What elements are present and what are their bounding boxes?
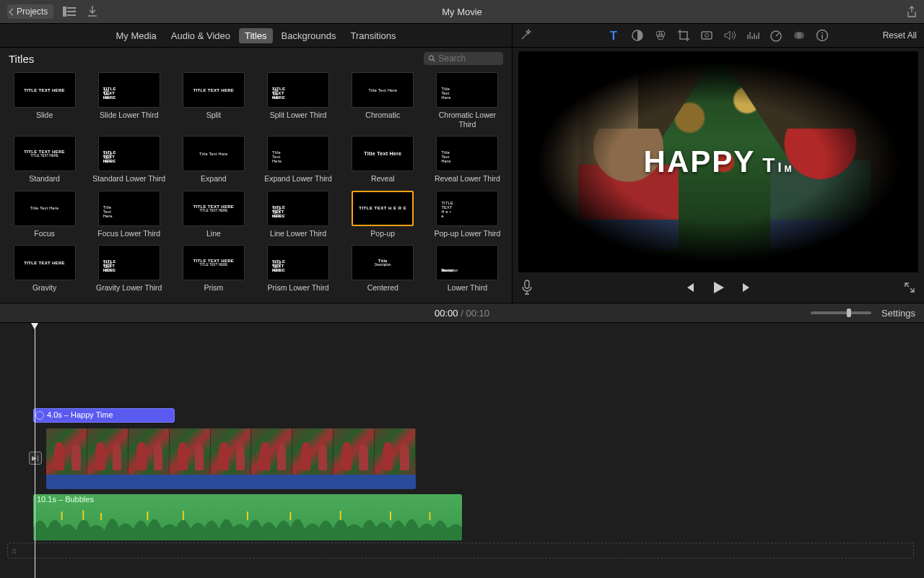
title-clip[interactable]: 4.0s – Happy Time: [33, 408, 175, 423]
svg-rect-17: [821, 35, 823, 39]
title-card-label: Split: [206, 111, 221, 120]
title-card-label: Chromatic: [365, 111, 400, 120]
title-card-reveal-lower-third[interactable]: Title Text HereReveal Lower Third: [430, 136, 505, 184]
tab-my-media[interactable]: My Media: [110, 28, 162, 43]
zoom-slider[interactable]: [811, 311, 871, 314]
title-card-reveal[interactable]: Title Text HereReveal: [346, 136, 420, 184]
audio-clip[interactable]: 10.1s – Bubbles: [33, 494, 462, 540]
title-card-label: Split Lower Third: [270, 111, 327, 120]
inspector-icons: T: [608, 29, 829, 42]
library-list-icon[interactable]: ♪: [62, 6, 77, 17]
title-card-focus[interactable]: Title Text HereFocus: [7, 191, 82, 238]
search-icon: [428, 54, 435, 63]
title-card-label: Prism Lower Third: [268, 283, 329, 293]
title-card-label: Centered: [367, 283, 398, 293]
audio-waveform: [33, 506, 462, 540]
title-thumb: Title Text Here: [183, 136, 245, 171]
title-card-standard-lower-third[interactable]: TITLE TEXT HERETITLE TEXT HEREStandard L…: [92, 136, 166, 184]
title-card-label: Focus Lower Third: [97, 229, 160, 238]
svg-rect-19: [525, 280, 529, 288]
title-card-line[interactable]: TITLE TEXT HERETITLE TEXT HERELine: [176, 191, 250, 238]
title-thumb: TITLE TEXT HERETITLE TEXT HERE: [183, 191, 245, 226]
browser-heading: Titles: [9, 53, 34, 65]
share-icon[interactable]: [907, 6, 917, 17]
title-card-gravity-lower-third[interactable]: TITLE TEXT HERETITLE TEXT HEREGravity Lo…: [92, 245, 166, 293]
title-card-label: Reveal: [371, 174, 395, 184]
timeline-settings-button[interactable]: Settings: [881, 308, 915, 319]
title-card-chromatic-lower-third[interactable]: Title Text HereChromatic Lower Third: [430, 72, 505, 129]
speed-icon[interactable]: [770, 29, 783, 42]
title-card-pop-up[interactable]: TITLE TEXT H E R EPop-up: [346, 191, 420, 238]
empty-audio-track[interactable]: [7, 543, 914, 558]
svg-point-14: [797, 32, 804, 39]
title-card-focus-lower-third[interactable]: Title Text HereFocus Lower Third: [92, 191, 166, 238]
title-card-prism-lower-third[interactable]: TITLE TEXT HERETITLE TEXT HEREPrism Lowe…: [261, 245, 335, 293]
title-thumb: TITLE TEXT HERETITLE TEXT HERE: [183, 245, 245, 280]
reset-all-button[interactable]: Reset All: [883, 30, 917, 40]
title-card-pop-up-lower-third[interactable]: TITLE TEXT H e r ePop-up Lower Third: [430, 191, 505, 238]
title-card-slide-lower-third[interactable]: TITLE TEXT HERETitle Text HereSlide Lowe…: [92, 72, 166, 129]
timecode-display: 00:00 / 00:10: [435, 308, 489, 319]
title-card-slide[interactable]: TITLE TEXT HERESlide: [7, 72, 82, 129]
svg-point-16: [821, 33, 823, 34]
svg-point-11: [705, 34, 709, 38]
stabilization-icon[interactable]: [700, 29, 713, 42]
tab-titles[interactable]: Titles: [239, 28, 273, 43]
title-card-standard[interactable]: TITLE TEXT HERETITLE TEXT HEREStandard: [7, 136, 82, 184]
volume-icon[interactable]: [723, 29, 736, 42]
play-button[interactable]: [711, 280, 725, 295]
secondary-toolbar: My Media Audio & Video Titles Background…: [0, 24, 924, 48]
video-clip[interactable]: [46, 428, 416, 489]
voiceover-mic-icon[interactable]: [521, 280, 533, 296]
title-card-split[interactable]: TITLE TEXT HERESplit: [176, 72, 250, 129]
title-card-label: Line Lower Third: [270, 229, 326, 238]
import-icon[interactable]: [85, 6, 100, 17]
tab-backgrounds[interactable]: Backgrounds: [276, 28, 342, 43]
movie-title: My Movie: [442, 7, 482, 17]
title-card-lower-third[interactable]: NameDescriptionLower Third: [430, 245, 505, 293]
info-icon[interactable]: [816, 29, 829, 42]
title-card-expand[interactable]: Title Text HereExpand: [176, 136, 250, 184]
title-card-label: Lower Third: [448, 283, 487, 293]
title-thumb: TITLE TEXT HERETITLE TEXT HERE: [267, 191, 329, 226]
playhead[interactable]: [35, 324, 35, 578]
title-bar: Projects ♪ My Movie: [0, 0, 924, 24]
title-card-split-lower-third[interactable]: TITLE TEXT HERETitle Text HereSplit Lowe…: [261, 72, 335, 129]
title-card-line-lower-third[interactable]: TITLE TEXT HERETITLE TEXT HERELine Lower…: [261, 191, 335, 238]
next-button[interactable]: [741, 282, 753, 293]
title-card-label: Expand: [201, 174, 227, 184]
fullscreen-icon[interactable]: [904, 282, 915, 293]
color-balance-icon[interactable]: [631, 29, 644, 42]
skimmer-toggle[interactable]: ▶|: [29, 452, 42, 465]
projects-label: Projects: [17, 7, 48, 17]
title-card-expand-lower-third[interactable]: Title Text HereExpand Lower Third: [261, 136, 335, 184]
title-card-label: Line: [206, 229, 221, 238]
title-thumb: TITLE TEXT HERE: [14, 72, 76, 108]
search-input[interactable]: [438, 53, 499, 64]
timeline[interactable]: 4.0s – Happy Time ▶| 10.1s – Bubbles: [0, 323, 924, 578]
clip-filter-icon[interactable]: [793, 29, 806, 42]
viewer-canvas[interactable]: HAPPY T I M: [518, 51, 918, 272]
crop-icon[interactable]: [677, 29, 690, 42]
title-card-label: Standard: [29, 174, 60, 184]
title-card-gravity[interactable]: TITLE TEXT HEREGravity: [7, 245, 82, 293]
title-card-centered[interactable]: TitleDescriptionCentered: [346, 245, 420, 293]
tab-audio-video[interactable]: Audio & Video: [165, 28, 236, 43]
viewer-panel: HAPPY T I M: [513, 48, 924, 303]
title-card-label: Prism: [204, 283, 223, 293]
noise-reduction-icon[interactable]: [746, 29, 759, 42]
enhance-wand-icon[interactable]: [520, 28, 534, 43]
title-thumb: TITLE TEXT HERETITLE TEXT HERE: [267, 245, 329, 280]
prev-button[interactable]: [684, 282, 695, 293]
title-thumb: TITLE TEXT HERETITLE TEXT HERE: [98, 245, 160, 280]
title-card-prism[interactable]: TITLE TEXT HERETITLE TEXT HEREPrism: [176, 245, 250, 293]
projects-button[interactable]: Projects: [7, 4, 53, 19]
search-box[interactable]: [424, 52, 503, 65]
text-inspector-icon[interactable]: T: [608, 29, 621, 42]
title-card-chromatic[interactable]: Title Text HereChromatic: [346, 72, 420, 129]
title-thumb: Title Text Here: [98, 191, 160, 226]
color-correction-icon[interactable]: [654, 29, 667, 42]
browser-tabs: My Media Audio & Video Titles Background…: [110, 28, 401, 43]
tab-transitions[interactable]: Transitions: [344, 28, 401, 43]
title-thumb: Title Text Here: [436, 72, 498, 108]
